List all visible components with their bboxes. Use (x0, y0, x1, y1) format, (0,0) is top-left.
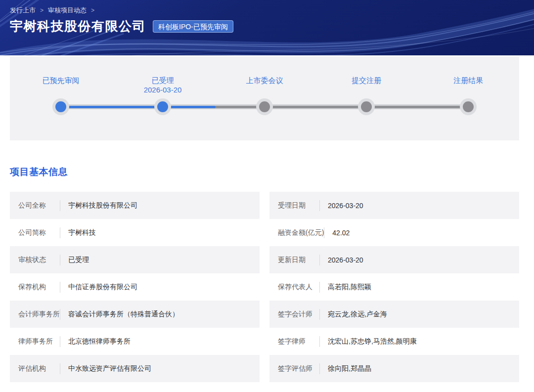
stage-label: 上市委会议 (220, 76, 309, 85)
info-label: 更新日期 (269, 256, 319, 264)
info-row: 律师事务所 北京德恒律师事务所 (10, 328, 260, 355)
breadcrumb-item-issue-listing[interactable]: 发行上市 (10, 6, 36, 15)
hero-header: 发行上市 > 审核项目动态 > 宇树科技股份有限公司 科创板IPO-已预先审阅 (0, 0, 534, 55)
info-label: 签字评估师 (269, 364, 319, 373)
info-row: 会计师事务所 容诚会计师事务所（特殊普通合伙） (10, 301, 260, 328)
info-row: 保荐代表人 高若阳,陈熙颖 (269, 273, 519, 301)
stage-node (256, 98, 273, 115)
info-label: 签字会计师 (269, 310, 319, 319)
info-row: 公司简称 宇树科技 (10, 219, 260, 246)
info-label: 评估机构 (10, 364, 60, 373)
breadcrumb: 发行上市 > 审核项目动态 > (10, 6, 534, 15)
info-value: 沈宏山,苏忠铮,马浩然,颜明康 (320, 337, 417, 346)
info-row: 签字评估师 徐向阳,郑晶晶 (269, 355, 519, 382)
info-column-right: 受理日期 2026-03-20 融资金额(亿元) 42.02 更新日期 2026… (269, 192, 519, 382)
stage-node-dot (361, 101, 372, 112)
info-value: 中水致远资产评估有限公司 (60, 364, 151, 373)
stage-node (52, 98, 69, 115)
breadcrumb-separator-icon: > (40, 7, 44, 14)
info-label: 公司全称 (10, 201, 60, 210)
info-label: 保荐机构 (10, 283, 60, 292)
info-value: 宇树科技 (60, 228, 96, 237)
info-value: 容诚会计师事务所（特殊普通合伙） (60, 310, 179, 319)
info-label: 受理日期 (269, 201, 319, 210)
timeline-progress (62, 106, 216, 108)
info-row: 签字律师 沈宏山,苏忠铮,马浩然,颜明康 (269, 328, 519, 355)
stage-node (460, 98, 477, 115)
info-row: 审核状态 已受理 (10, 246, 260, 273)
breadcrumb-separator-icon: > (91, 7, 94, 14)
info-label: 签字律师 (269, 337, 319, 346)
info-row: 受理日期 2026-03-20 (269, 192, 519, 219)
info-label: 融资金额(亿元) (269, 228, 324, 237)
info-row: 融资金额(亿元) 42.02 (269, 219, 519, 246)
stage-node-dot (55, 101, 66, 112)
stage-label: 提交注册 (322, 76, 411, 85)
info-label: 公司简称 (10, 228, 60, 237)
page-title: 宇树科技股份有限公司 (10, 18, 146, 35)
info-column-left: 公司全称 宇树科技股份有限公司 公司简称 宇树科技 审核状态 已受理 保荐机构 … (10, 192, 260, 382)
info-value: 高若阳,陈熙颖 (320, 283, 371, 292)
info-row: 更新日期 2026-03-20 (269, 246, 519, 273)
info-value: 中信证券股份有限公司 (60, 283, 137, 292)
stage-node-dot (259, 101, 270, 112)
stage-node (358, 98, 375, 115)
info-label: 保荐代表人 (269, 283, 319, 292)
stage-label: 注册结果 (424, 76, 513, 85)
info-value: 2026-03-20 (320, 202, 363, 210)
info-row: 公司全称 宇树科技股份有限公司 (10, 192, 260, 219)
info-label: 会计师事务所 (10, 310, 60, 319)
info-value: 宛云龙,徐远,卢金海 (320, 310, 387, 319)
stage-label: 已受理 (118, 76, 207, 85)
info-row: 评估机构 中水致远资产评估有限公司 (10, 355, 260, 382)
info-row: 保荐机构 中信证券股份有限公司 (10, 273, 260, 301)
info-value: 宇树科技股份有限公司 (60, 201, 137, 210)
status-badge: 科创板IPO-已预先审阅 (153, 20, 233, 33)
section-title-basic-info: 项目基本信息 (10, 166, 534, 178)
info-value: 已受理 (60, 256, 89, 264)
breadcrumb-item-review-project-dynamics[interactable]: 审核项目动态 (48, 6, 87, 15)
info-value: 2026-03-20 (320, 256, 363, 264)
info-row: 签字会计师 宛云龙,徐远,卢金海 (269, 301, 519, 328)
stage-date: 2026-03-20 (118, 85, 207, 94)
stage-node-dot (463, 101, 474, 112)
stage-node (154, 98, 171, 115)
stage-node-dot (157, 101, 168, 112)
info-label: 律师事务所 (10, 337, 60, 346)
info-value: 北京德恒律师事务所 (60, 337, 131, 346)
info-value: 徐向阳,郑晶晶 (320, 364, 371, 373)
stage-label: 已预先审阅 (16, 76, 105, 85)
info-value: 42.02 (324, 229, 350, 237)
review-progress-timeline: 已预先审阅 已受理 2026-03-20 上市委会议 提交注册 (10, 56, 519, 140)
project-basic-info-table: 公司全称 宇树科技股份有限公司 公司简称 宇树科技 审核状态 已受理 保荐机构 … (10, 192, 519, 382)
info-label: 审核状态 (10, 256, 60, 264)
